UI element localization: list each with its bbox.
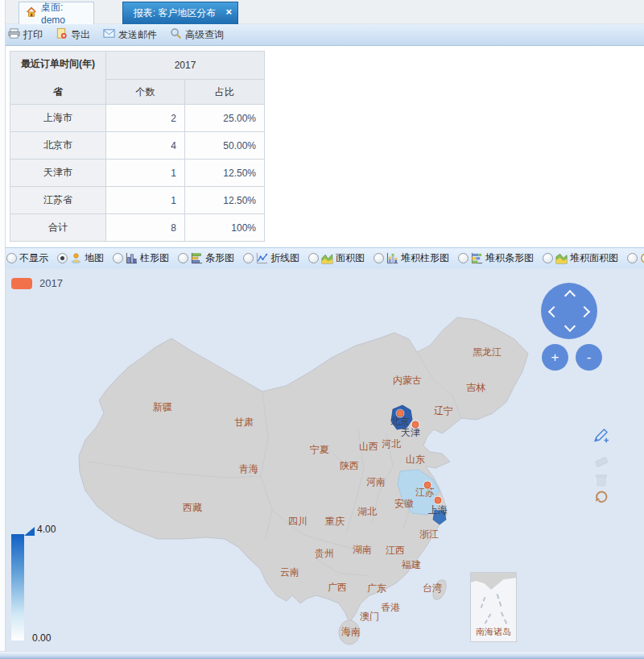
- pan-right-icon[interactable]: [579, 306, 590, 317]
- mail-icon: [103, 27, 115, 42]
- province-label: 山东: [406, 453, 425, 466]
- province-label: 上海: [428, 504, 448, 517]
- cell-province: 天津市: [10, 160, 106, 187]
- stacked-column-chart-icon: [386, 252, 398, 264]
- table-year-header: 2017: [106, 52, 265, 80]
- chart-type-option-10[interactable]: 仪表: [627, 251, 644, 265]
- south-inset-coast-shape: [471, 573, 516, 591]
- province-label: 江西: [386, 544, 405, 557]
- south-china-sea-inset: 南海诸岛: [470, 572, 517, 642]
- cell-count: 2: [106, 105, 185, 132]
- province-label: 青海: [239, 462, 258, 476]
- annotate-pencil-icon[interactable]: [592, 426, 610, 444]
- zoom-out-button[interactable]: -: [576, 344, 602, 371]
- legend-color-swatch: [11, 278, 32, 289]
- collapsed-panel-strip[interactable]: [0, 0, 6, 651]
- eraser-icon[interactable]: [592, 452, 610, 470]
- radio-icon[interactable]: [627, 253, 638, 263]
- line-chart-icon: [256, 252, 268, 264]
- map-pan-control[interactable]: [541, 283, 597, 339]
- chart-type-option-3[interactable]: 柱形图: [113, 251, 169, 265]
- province-label: 辽宁: [434, 404, 453, 418]
- table-corner-header: 最近订单时间(年) 省: [10, 52, 106, 105]
- chart-type-label: 堆积条形图: [485, 251, 534, 265]
- table-row: 北京市450.00%: [10, 132, 265, 160]
- tab-report[interactable]: 报表: 客户地区分布 ×: [122, 2, 238, 24]
- table-row: 上海市225.00%: [10, 105, 265, 132]
- send-mail-button[interactable]: 发送邮件: [103, 27, 157, 42]
- cell-province: 北京市: [10, 132, 106, 160]
- search-icon: [170, 27, 182, 42]
- chart-type-option-6[interactable]: 面积图: [308, 251, 365, 265]
- province-label: 四川: [288, 515, 308, 528]
- cell-ratio: 12.50%: [185, 160, 265, 187]
- trash-icon[interactable]: [592, 471, 610, 489]
- window-bottom-strip: [0, 651, 644, 659]
- province-label: 重庆: [325, 515, 345, 528]
- chart-type-label: 堆积面积图: [570, 251, 618, 265]
- chart-type-option-8[interactable]: 堆积条形图: [458, 251, 534, 265]
- bar-chart-icon: [191, 252, 203, 264]
- chart-type-label: 面积图: [336, 251, 365, 265]
- province-label: 湖北: [357, 505, 377, 519]
- map-chart[interactable]: 2017 + - 4.00 0.00 南海诸岛 黑龙江内蒙古吉林辽宁新疆甘肃北京…: [0, 268, 644, 651]
- province-label: 河南: [366, 475, 386, 489]
- chart-type-option-5[interactable]: 折线图: [243, 251, 299, 265]
- radio-icon[interactable]: [543, 253, 553, 263]
- province-label: 海南: [341, 625, 361, 639]
- pan-up-icon[interactable]: [564, 290, 576, 301]
- color-scale-max-label: 4.00: [37, 524, 56, 535]
- radio-icon[interactable]: [6, 253, 17, 263]
- gauge-icon: [640, 252, 644, 264]
- export-button[interactable]: 导出: [56, 27, 90, 42]
- radio-icon[interactable]: [458, 253, 469, 263]
- province-label: 内蒙古: [393, 374, 422, 388]
- radio-icon[interactable]: [178, 253, 188, 263]
- tab-desktop[interactable]: 桌面: demo: [19, 2, 94, 24]
- cell-count: 8: [106, 214, 185, 242]
- pan-left-icon[interactable]: [548, 306, 559, 317]
- radio-icon[interactable]: [374, 253, 384, 263]
- radio-icon[interactable]: [113, 253, 123, 263]
- island-dash: [485, 613, 492, 624]
- cell-ratio: 50.00%: [185, 132, 265, 160]
- printer-icon: [8, 27, 20, 42]
- advanced-query-button[interactable]: 高级查询: [170, 27, 224, 42]
- province-label: 台湾: [423, 582, 442, 595]
- chart-type-option-2[interactable]: 地图: [57, 251, 104, 265]
- area-chart-icon: [321, 252, 333, 264]
- cell-province: 合计: [10, 214, 106, 242]
- province-label: 浙江: [419, 528, 439, 541]
- pan-down-icon[interactable]: [564, 321, 576, 332]
- stacked-area-chart-icon: [555, 252, 568, 264]
- cell-province: 上海市: [10, 105, 106, 132]
- province-label: 西藏: [183, 501, 202, 515]
- refresh-icon[interactable]: [592, 487, 610, 505]
- app-window: 桌面: demo 报表: 客户地区分布 × 打印 导出 发送邮件 高级查询: [0, 0, 644, 659]
- chart-type-option-9[interactable]: 堆积面积图: [543, 251, 618, 265]
- province-label: 湖南: [353, 543, 372, 557]
- export-label: 导出: [71, 28, 90, 42]
- chart-type-option-4[interactable]: 条形图: [178, 251, 234, 265]
- cell-ratio: 25.00%: [185, 105, 265, 132]
- radio-icon[interactable]: [243, 253, 254, 263]
- advanced-query-label: 高级查询: [185, 28, 224, 42]
- chart-type-option-1[interactable]: 不显示: [6, 251, 48, 265]
- close-icon[interactable]: ×: [225, 6, 232, 17]
- print-button[interactable]: 打印: [8, 27, 43, 42]
- south-sea-label: 南海诸岛: [476, 626, 511, 638]
- radio-selected-icon[interactable]: [57, 253, 68, 263]
- column-chart-icon: [126, 252, 138, 264]
- province-label: 新疆: [153, 400, 172, 414]
- tab-strip: 桌面: demo 报表: 客户地区分布 ×: [0, 0, 644, 24]
- cell-province: 江苏省: [10, 187, 106, 214]
- radio-icon[interactable]: [308, 253, 319, 263]
- chart-type-option-7[interactable]: 堆积柱形图: [374, 251, 449, 265]
- island-dash: [497, 594, 502, 607]
- island-dash: [481, 597, 486, 608]
- table-count-header: 个数: [106, 80, 185, 105]
- zoom-in-button[interactable]: +: [542, 344, 568, 371]
- province-label: 陕西: [340, 459, 359, 473]
- table-ratio-header: 占比: [185, 80, 265, 105]
- province-label: 宁夏: [310, 443, 329, 457]
